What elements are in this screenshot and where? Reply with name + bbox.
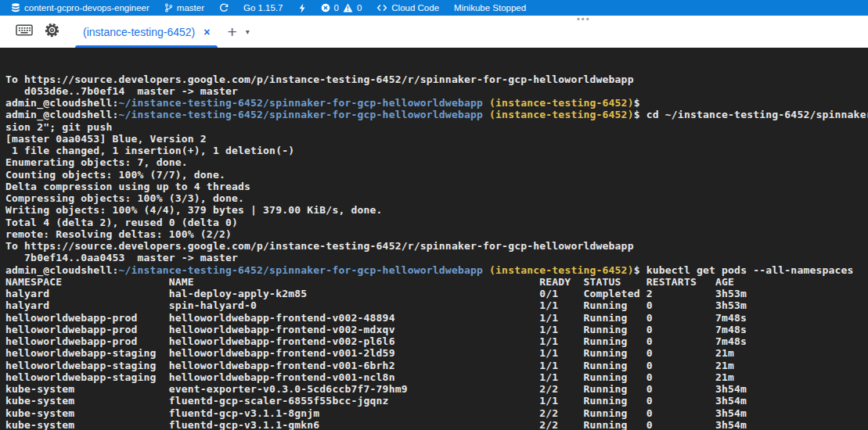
warning-count: 0: [357, 3, 362, 13]
terminal-line: To https://source.developers.google.com/…: [5, 73, 868, 85]
problems-item[interactable]: 0 0: [321, 3, 362, 13]
minikube-label: Minikube Stopped: [454, 3, 526, 13]
terminal-line: Compressing objects: 100% (3/3), done.: [5, 192, 868, 204]
terminal-line: kube-system fluentd-gcp-v3.1.1-8gnjm 2/2…: [5, 407, 868, 419]
code-brackets-icon: [376, 3, 387, 13]
lightning-icon: [298, 3, 306, 13]
terminal-tab-bar: ••• (instance-testing-6452) × + ▾: [0, 16, 868, 48]
terminal-line: admin_@cloudshell:~/instance-testing-645…: [5, 109, 868, 120]
terminal-line: kube-system event-exporter-v0.3.0-5cd6cc…: [5, 383, 868, 395]
git-branch-icon: [164, 3, 173, 13]
terminal-line: Enumerating objects: 7, done.: [5, 156, 868, 168]
terminal-line: Counting objects: 100% (7/7), done.: [5, 169, 868, 181]
tab-label: (instance-testing-6452): [83, 26, 195, 38]
terminal-line: 1 file changed, 1 insertion(+), 1 deleti…: [5, 145, 868, 156]
settings-button[interactable]: [45, 23, 59, 41]
status-bar: content-gcpro-devops-engineer master Go …: [0, 0, 868, 16]
cloud-code-item[interactable]: Cloud Code: [376, 3, 439, 13]
terminal-line: admin_@cloudshell:~/instance-testing-645…: [5, 97, 868, 109]
refresh-item[interactable]: [219, 3, 229, 13]
more-options-button[interactable]: •••: [577, 16, 591, 22]
project-item[interactable]: content-gcpro-devops-engineer: [11, 3, 149, 13]
git-branch-item[interactable]: master: [164, 3, 204, 13]
terminal-line: Total 4 (delta 2), reused 0 (delta 0): [5, 217, 868, 228]
terminal-line: helloworldwebapp-staging helloworldwebap…: [5, 347, 868, 359]
terminal-line: Delta compression using up to 4 threads: [5, 181, 868, 192]
terminal-line: helloworldwebapp-staging helloworldwebap…: [5, 360, 868, 371]
cloud-code-label: Cloud Code: [391, 3, 439, 13]
database-icon: [11, 3, 20, 13]
terminal-line: admin_@cloudshell:~/instance-testing-645…: [5, 264, 868, 276]
terminal-line: NAMESPACE NAME READY STATUS RESTARTS AGE: [5, 276, 868, 288]
project-label: content-gcpro-devops-engineer: [24, 3, 149, 13]
terminal-line: halyard spin-halyard-0 1/1 Running 0 3h5…: [5, 299, 868, 311]
go-version-item[interactable]: Go 1.15.7: [243, 3, 283, 13]
branch-label: master: [177, 3, 204, 13]
terminal-line: kube-system fluentd-gcp-v3.1.1-gmkn6 2/2…: [5, 419, 868, 430]
chevron-down-icon[interactable]: ▾: [246, 27, 250, 36]
refresh-icon: [219, 3, 229, 13]
terminal-panel[interactable]: To https://source.developers.google.com/…: [0, 48, 868, 430]
error-count: 0: [334, 3, 339, 13]
terminal-line: d053d6e..7b0ef14 master -> master: [5, 85, 868, 97]
terminal-output: To https://source.developers.google.com/…: [5, 73, 868, 430]
new-tab-button[interactable]: +: [227, 23, 236, 40]
keyboard-button[interactable]: [16, 24, 33, 39]
terminal-line: To https://source.developers.google.com/…: [5, 240, 868, 252]
minikube-status-item[interactable]: Minikube Stopped: [454, 3, 526, 13]
terminal-line: sion 2"; git push: [5, 121, 868, 133]
terminal-line: Writing objects: 100% (4/4), 379 bytes |…: [5, 204, 868, 216]
terminal-line: remote: Resolving deltas: 100% (2/2): [5, 228, 868, 240]
terminal-line: halyard hal-deploy-apply-k2m85 0/1 Compl…: [5, 288, 868, 299]
tab-instance-testing-6452[interactable]: (instance-testing-6452) ×: [75, 16, 218, 48]
terminal-line: [master 0aa0453] Blue, Version 2: [5, 133, 868, 145]
lightning-item[interactable]: [298, 3, 306, 13]
gear-icon: [45, 23, 59, 41]
terminal-line: helloworldwebapp-prod helloworldwebapp-f…: [5, 335, 868, 347]
terminal-line: helloworldwebapp-prod helloworldwebapp-f…: [5, 312, 868, 324]
terminal-line: helloworldwebapp-prod helloworldwebapp-f…: [5, 324, 868, 335]
tab-close-icon[interactable]: ×: [203, 26, 210, 38]
warning-icon: [343, 3, 353, 13]
terminal-line: 7b0ef14..0aa0453 master -> master: [5, 252, 868, 263]
terminal-line: helloworldwebapp-staging helloworldwebap…: [5, 371, 868, 383]
error-icon: [321, 3, 330, 13]
keyboard-icon: [16, 24, 33, 39]
terminal-line: kube-system fluentd-gcp-scaler-6855f55bc…: [5, 395, 868, 407]
go-version-label: Go 1.15.7: [243, 3, 283, 13]
